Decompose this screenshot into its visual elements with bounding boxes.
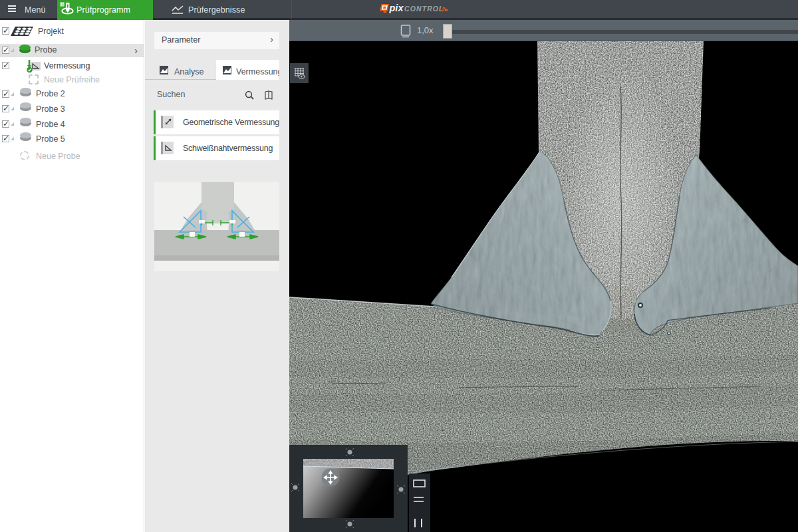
svg-text:CONTROL: CONTROL [404,5,444,13]
svg-text:2: 2 [441,6,445,13]
svg-text:pix: pix [389,3,404,13]
